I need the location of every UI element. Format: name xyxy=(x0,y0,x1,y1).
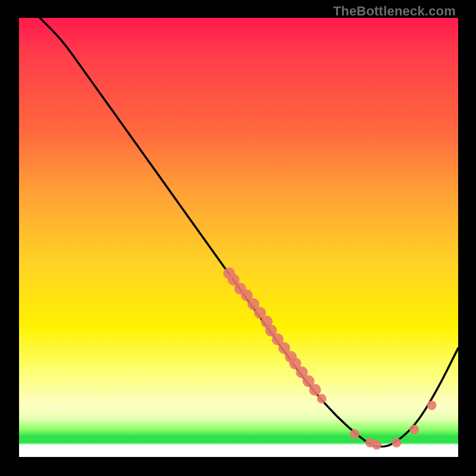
gradient-plot-area xyxy=(18,18,458,458)
watermark-text: TheBottleneck.com xyxy=(333,4,456,19)
